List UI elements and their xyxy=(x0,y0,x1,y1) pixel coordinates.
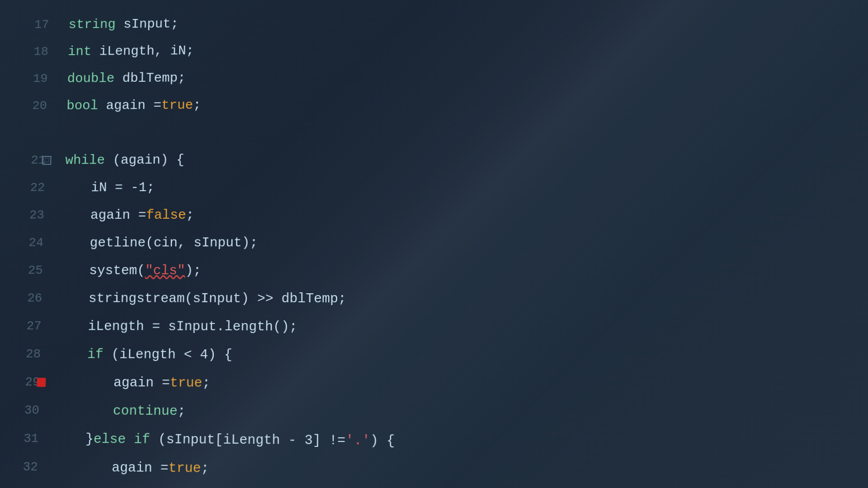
token-sinput-decl: sInput; xyxy=(115,17,179,31)
line-number-30: 30 xyxy=(1,396,46,425)
token-ilength-assign: iLength = sInput.length(); xyxy=(88,319,297,333)
token-close-brace-1: } xyxy=(85,432,94,446)
breakpoint-marker-29[interactable] xyxy=(37,378,46,387)
collapse-icon[interactable]: □ xyxy=(42,156,52,165)
line-number-18: 18 xyxy=(11,38,55,66)
token-else-if-close: ) { xyxy=(370,434,395,448)
line-number-27: 27 xyxy=(4,312,49,340)
line-number-32: 32 xyxy=(0,453,45,482)
token-stringstream: stringstream(sInput) >> dblTemp; xyxy=(89,292,346,306)
line-number-24: 24 xyxy=(6,229,51,257)
token-else-if-1: else if xyxy=(94,432,151,446)
token-string-kw: string xyxy=(68,18,116,31)
token-bool-kw: bool xyxy=(66,99,98,112)
line-number-21: 21 □ xyxy=(8,147,52,174)
code-line-31: } else if (sInput[iLength - 3] != '.' ) … xyxy=(58,425,868,458)
code-line-22: iN = -1; xyxy=(64,172,868,202)
token-semi-1: ; xyxy=(193,99,201,112)
token-continue-1: continue xyxy=(113,404,178,418)
line-number-17: 17 xyxy=(12,11,56,38)
token-while-cond: (again) { xyxy=(105,153,184,167)
line-number-20: 20 xyxy=(9,92,54,120)
code-line-18: int iLength, iN; xyxy=(67,33,868,66)
token-else-if-cond-1: (sInput[iLength - 3] != xyxy=(150,432,346,447)
code-editor: 17 18 19 20 21 □ 22 23 24 25 26 xyxy=(0,0,868,488)
line-number-blank xyxy=(9,119,53,147)
token-again-true-2: again = xyxy=(112,461,169,475)
code-line-28: if (iLength < 4) { xyxy=(60,340,868,371)
token-semi-3: ; xyxy=(202,376,210,389)
line-number-33: 33 xyxy=(0,481,44,488)
code-line-25: system( "cls" ); xyxy=(62,257,868,285)
code-line-blank xyxy=(66,116,868,147)
token-cls-string: "cls" xyxy=(145,264,185,277)
token-if-cond-1: (iLength < 4) { xyxy=(103,347,232,361)
code-area: 17 18 19 20 21 □ 22 23 24 25 26 xyxy=(0,0,868,488)
line-number-19: 19 xyxy=(10,65,55,92)
code-line-24: getline(cin, sInput); xyxy=(63,228,868,257)
line-number-22: 22 xyxy=(7,174,52,202)
token-true-3: true xyxy=(168,461,201,475)
token-system-close: ); xyxy=(185,264,201,277)
token-true-1: true xyxy=(161,99,193,112)
code-line-27: iLength = sInput.length(); xyxy=(61,312,868,342)
line-number-26: 26 xyxy=(4,285,49,313)
token-while-kw: while xyxy=(65,154,105,167)
code-line-29: again = true ; xyxy=(60,368,868,400)
token-ilength-in: iLength, iN; xyxy=(91,44,194,58)
code-line-20: bool again = true ; xyxy=(66,88,868,119)
code-content: string sInput; int iLength, iN; double d… xyxy=(48,5,868,488)
token-if-kw-1: if xyxy=(87,347,104,361)
token-again-true: again = xyxy=(113,376,170,390)
line-number-28: 28 xyxy=(3,340,48,368)
token-in-assign: iN = -1; xyxy=(91,181,155,194)
code-line-30: continue ; xyxy=(59,397,868,429)
line-number-31: 31 xyxy=(0,424,46,453)
line-number-29: 29 xyxy=(2,368,47,397)
token-semi-5: ; xyxy=(201,461,209,475)
token-again-assign: again = xyxy=(90,208,146,222)
token-semi-4: ; xyxy=(177,404,185,418)
token-semi-2: ; xyxy=(186,208,194,222)
code-line-21: while (again) { xyxy=(65,144,868,174)
token-again-decl: again = xyxy=(98,99,162,113)
token-int-kw: int xyxy=(68,45,92,58)
token-false-1: false xyxy=(146,208,186,222)
line-number-23: 23 xyxy=(6,202,51,229)
line-number-25: 25 xyxy=(5,257,50,284)
token-dot-char: '.' xyxy=(345,434,370,448)
token-getline: getline(cin, sInput); xyxy=(90,236,258,249)
token-true-2: true xyxy=(170,376,203,390)
code-line-23: again = false ; xyxy=(64,200,868,229)
code-line-19: double dblTemp; xyxy=(67,60,868,92)
code-line-26: stringstream(sInput) >> dblTemp; xyxy=(61,285,868,314)
token-system-call: system( xyxy=(89,264,145,277)
token-double-kw: double xyxy=(67,72,114,85)
token-dbltemp: dblTemp; xyxy=(114,71,186,85)
